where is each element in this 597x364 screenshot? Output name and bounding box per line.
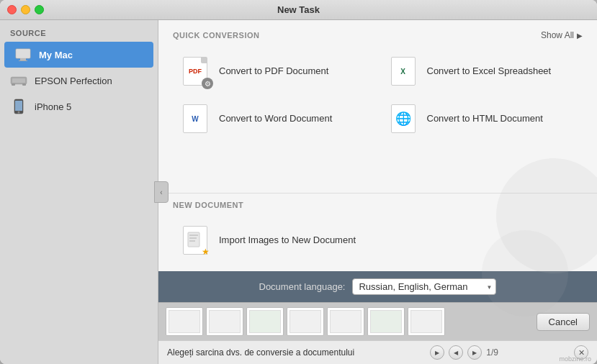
svg-point-10: [18, 112, 20, 114]
sidebar: SOURCE My Mac: [0, 20, 158, 364]
new-document-section: NEW DOCUMENT ★: [158, 193, 597, 271]
gear-overlay-icon: ⚙: [202, 78, 213, 89]
svg-rect-5: [12, 78, 25, 83]
quick-conversion-title: QUICK CONVERSION: [173, 31, 259, 40]
main-content: SOURCE My Mac: [0, 20, 597, 364]
sidebar-wrapper: SOURCE My Mac: [0, 20, 158, 364]
section-header-new-doc: NEW DOCUMENT: [173, 201, 583, 209]
show-all-arrow-icon: ▶: [577, 32, 583, 40]
pdf-icon-container: PDF ⚙: [180, 56, 210, 86]
import-icon-container: ★: [180, 225, 210, 255]
main-window: New Task SOURCE My Mac: [0, 0, 597, 364]
convert-to-excel-item[interactable]: X Convert to Excel Spreadsheet: [381, 50, 583, 92]
svg-rect-7: [22, 83, 26, 86]
traffic-lights: [7, 5, 44, 14]
excel-conv-text: Convert to Excel Spreadsheet: [427, 65, 552, 78]
show-all-label: Show All: [541, 30, 574, 40]
globe-icon: 🌐: [395, 111, 411, 127]
playback-controls: ▶ ◀ ▶ 1/9: [430, 345, 498, 360]
svg-rect-9: [15, 101, 22, 111]
sidebar-item-iphone5[interactable]: iPhone 5: [0, 94, 158, 119]
convert-to-html-item[interactable]: 🌐 Convert to HTML Document: [381, 98, 583, 140]
convert-to-word-item[interactable]: W Convert to Word Document: [173, 98, 375, 140]
quick-conversion-section: QUICK CONVERSION Show All ▶ PDF: [158, 20, 597, 193]
thumbnail-3[interactable]: [246, 307, 284, 336]
svg-rect-2: [20, 58, 26, 60]
conversion-grid: PDF ⚙ Convert to PDF Document: [173, 50, 583, 140]
word-conv-text: Convert to Word Document: [219, 112, 332, 125]
sidebar-item-epson[interactable]: EPSON Perfection: [0, 68, 158, 94]
thumbnail-5[interactable]: [327, 307, 364, 336]
language-select[interactable]: Russian, English, GermanEnglishRussianGe…: [352, 278, 496, 295]
maximize-traffic-light[interactable]: [35, 5, 44, 14]
language-label: Document language:: [259, 281, 346, 292]
word-doc-icon: W: [183, 104, 207, 133]
html-icon-container: 🌐: [388, 104, 418, 134]
pdf-conv-text: Convert to PDF Document: [219, 65, 328, 78]
title-bar: New Task: [0, 0, 597, 20]
prev-button[interactable]: ◀: [449, 345, 463, 360]
convert-to-pdf-item[interactable]: PDF ⚙ Convert to PDF Document: [173, 50, 375, 92]
word-icon-container: W: [180, 104, 210, 134]
star-badge-icon: ★: [202, 247, 210, 257]
thumbnail-4[interactable]: [287, 307, 324, 336]
sidebar-item-label-iphone5: iPhone 5: [35, 101, 71, 112]
status-text: Alegeți sarcina dvs. de conversie a docu…: [167, 347, 354, 358]
pdf-badge: PDF: [189, 68, 202, 75]
sidebar-item-label-epson: EPSON Perfection: [35, 76, 112, 86]
show-all-button[interactable]: Show All ▶: [541, 30, 583, 40]
thumbnails-bar: Cancel: [158, 302, 597, 340]
next-button[interactable]: ▶: [467, 345, 482, 360]
iphone-icon: [10, 99, 27, 114]
new-document-title: NEW DOCUMENT: [173, 201, 243, 209]
thumbnail-7[interactable]: [408, 307, 445, 336]
import-conv-text: Import Images to New Document: [219, 234, 356, 247]
html-doc-icon: 🌐: [391, 104, 416, 133]
word-conv-label: Convert to Word Document: [219, 112, 332, 125]
svg-rect-1: [17, 50, 30, 58]
thumbnail-6[interactable]: [367, 307, 405, 336]
excel-conv-label: Convert to Excel Spreadsheet: [427, 65, 552, 78]
section-header-quick: QUICK CONVERSION Show All ▶: [173, 30, 583, 40]
page-count: 1/9: [486, 347, 498, 358]
mac-icon: [14, 47, 32, 62]
content-wrapper: QUICK CONVERSION Show All ▶ PDF: [158, 20, 597, 364]
import-doc-icon: ★: [183, 226, 207, 255]
content-area: QUICK CONVERSION Show All ▶ PDF: [158, 20, 597, 302]
status-bar: Alegeți sarcina dvs. de conversie a docu…: [158, 340, 597, 364]
cancel-button[interactable]: Cancel: [537, 313, 590, 331]
watermark: mobzine.ro: [559, 355, 591, 363]
scanner-icon: [10, 73, 27, 88]
svg-rect-12: [189, 235, 198, 236]
import-images-item[interactable]: ★ Import Images to New Document: [173, 219, 583, 261]
word-badge: W: [192, 115, 198, 123]
sidebar-header: SOURCE: [0, 20, 158, 42]
language-select-wrapper: Russian, English, GermanEnglishRussianGe…: [352, 278, 496, 295]
svg-rect-13: [189, 237, 197, 239]
html-conv-label: Convert to HTML Document: [427, 112, 543, 125]
pdf-conv-label: Convert to PDF Document: [219, 65, 328, 78]
excel-badge: X: [400, 68, 405, 76]
sidebar-item-my-mac[interactable]: My Mac: [4, 42, 153, 68]
svg-rect-6: [12, 83, 15, 86]
close-traffic-light[interactable]: [7, 5, 17, 14]
excel-doc-icon: X: [391, 57, 416, 86]
svg-rect-3: [19, 60, 27, 61]
play-button[interactable]: ▶: [430, 345, 444, 360]
thumbnail-1[interactable]: [166, 307, 203, 336]
html-conv-text: Convert to HTML Document: [427, 112, 543, 125]
svg-rect-14: [189, 240, 195, 242]
import-conv-label: Import Images to New Document: [219, 234, 356, 247]
thumbnail-2[interactable]: [206, 307, 243, 336]
window-title: New Task: [277, 4, 320, 15]
excel-icon-container: X: [388, 56, 418, 86]
minimize-traffic-light[interactable]: [21, 5, 30, 14]
sidebar-collapse-button[interactable]: ‹: [154, 181, 169, 203]
sidebar-item-label-my-mac: My Mac: [39, 50, 73, 60]
language-bar: Document language: Russian, English, Ger…: [158, 271, 597, 302]
